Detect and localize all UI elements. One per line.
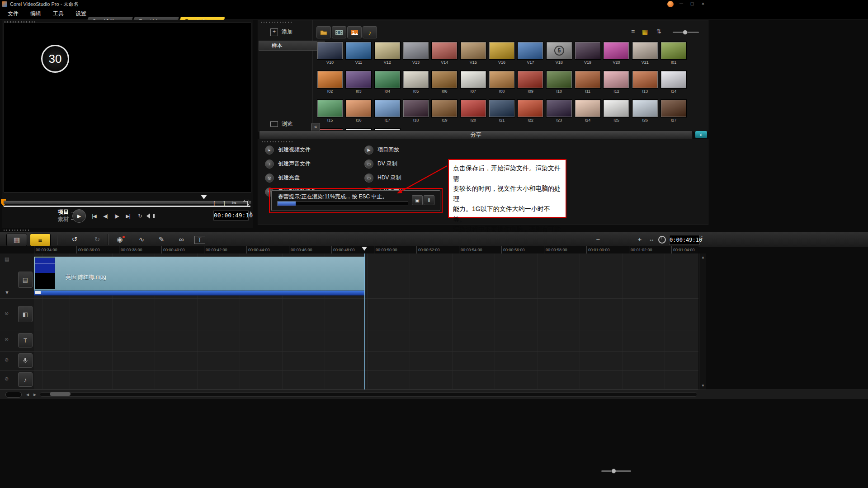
library-thumbnail[interactable]: I08 [489,71,515,94]
collapse-library-button[interactable]: « [311,123,320,131]
voice-track-button[interactable] [18,353,33,368]
library-thumbnail[interactable]: I01 [660,42,687,65]
overlay-track-button[interactable]: ◧ [18,306,33,322]
list-view-button[interactable]: ≡ [631,28,635,35]
library-thumbnail[interactable]: I18 [403,100,429,122]
split-clip-button[interactable]: ✂ [230,199,239,207]
thumbnail-size-slider-handle[interactable] [683,30,688,35]
library-thumbnail[interactable]: I28 [317,129,343,130]
smart-proxy-button[interactable]: ∞ [174,235,189,244]
library-thumbnail[interactable]: I04 [374,71,401,94]
previous-frame-button[interactable]: ◀| [100,212,111,220]
library-thumbnail[interactable]: I25 [603,100,629,122]
library-thumbnail[interactable]: I17 [374,100,401,122]
track-expand-arrow[interactable]: ▼ [5,290,9,295]
voice-track-lane[interactable] [34,352,698,371]
overlay-track-lane[interactable] [34,299,698,330]
play-button[interactable]: ▶ [72,209,86,223]
menu-item[interactable]: 编辑 [24,8,47,19]
ripple-lock-icon[interactable]: ⊘ [5,376,9,382]
storyboard-view-button[interactable]: ▦ [6,234,27,246]
library-thumbnail[interactable]: V12 [374,42,401,65]
library-audio-filter-button[interactable]: ♪ [363,26,377,38]
scroll-up-icon[interactable]: ▲ [701,255,705,259]
tracks-vertical-scrollbar[interactable]: ▲ ▼ [699,253,706,389]
library-thumbnail[interactable]: I10 [546,71,572,94]
painting-creator-button[interactable]: ✎ [154,235,169,244]
sound-mixer-button[interactable]: ∿ [134,235,149,244]
library-thumbnail[interactable]: V11 [345,42,372,65]
library-thumbnail[interactable]: I05 [403,71,429,94]
library-thumbnail[interactable]: I21 [489,100,515,122]
playhead-handle[interactable] [362,247,367,253]
music-track-lane[interactable] [34,371,698,389]
library-thumbnail[interactable]: V21 [632,42,658,65]
zoom-out-button[interactable]: − [590,235,606,244]
render-pause-button[interactable]: Ⅱ [424,195,434,205]
scroll-left-icon[interactable]: ◀ [26,393,29,397]
library-thumbnail[interactable]: V10 [317,42,343,65]
ripple-edit-icon[interactable]: ▤ [5,256,9,262]
fit-project-button[interactable]: ↔ [644,235,659,244]
share-action-button[interactable]: ▭ HDV 录制 [364,171,405,185]
library-thumbnail[interactable]: I14 [660,71,687,94]
browse-button[interactable]: 浏览 [270,120,292,128]
library-folder-button[interactable] [316,26,331,38]
library-thumbnail[interactable]: I20 [460,100,486,122]
timeline-scrollbar-handle[interactable] [50,392,71,396]
timecode-spinner[interactable]: ▲▼ [249,211,253,216]
preview-timecode[interactable]: 00:00:49:10 [213,211,249,221]
subtitle-button[interactable]: T [194,236,205,244]
corel-guide-icon[interactable] [667,1,674,7]
library-thumbnail[interactable]: V16 [489,42,515,65]
enlarge-preview-icon[interactable] [243,201,248,206]
maximize-button[interactable]: □ [688,0,697,7]
mark-in-button[interactable]: [ [210,199,219,207]
title-track-button[interactable]: T [18,333,33,347]
library-thumbnail[interactable]: I23 [546,100,572,122]
library-thumbnail[interactable]: I07 [460,71,486,94]
library-thumbnail[interactable]: ◉ M02 [374,129,401,130]
library-thumbnail[interactable]: I26 [632,100,658,122]
timeline-horizontal-scrollbar[interactable] [40,392,697,397]
library-thumbnail[interactable]: I09 [517,71,543,94]
library-thumbnail[interactable]: V20 [603,42,629,65]
library-thumbnail[interactable]: V17 [517,42,543,65]
scroll-right-icon[interactable]: ▶ [33,393,36,397]
library-thumbnail[interactable]: ◉ M01 [345,129,372,130]
timeline-zoom-slider-handle[interactable] [611,469,616,474]
record-capture-button[interactable]: ◉ [112,235,127,244]
menu-item[interactable]: 工具 [47,8,70,19]
library-thumbnail[interactable]: V13 [403,42,429,65]
library-thumbnail[interactable]: I24 [575,100,601,122]
redo-button[interactable]: ↻ [90,235,105,244]
home-button[interactable]: |◀ [89,212,99,220]
timeline-zoom-slider[interactable] [601,470,631,472]
share-action-button[interactable]: ▸ 创建视频文件 [265,143,316,157]
library-thumbnail[interactable]: I15 [317,100,343,122]
library-thumbnail[interactable]: V15 [460,42,486,65]
sort-button[interactable]: ⇅ [656,28,661,35]
timeline-view-button[interactable]: ≡ [30,234,51,246]
share-action-button[interactable]: ▶ 项目回放 [364,143,405,157]
gallery-item-sample[interactable]: 样本 [259,41,325,51]
timeline-scroll-pill[interactable] [5,392,22,398]
share-action-button[interactable]: ◎ 创建光盘 [265,171,316,185]
next-frame-button[interactable]: |▶ [111,212,122,220]
library-thumbnail[interactable]: I22 [517,100,543,122]
library-thumbnail[interactable]: I13 [632,71,658,94]
library-video-filter-button[interactable] [332,26,346,38]
library-thumbnail[interactable]: 5 V18 [546,42,572,65]
close-button[interactable]: × [698,0,708,7]
timeline-timecode-spinner[interactable]: ▲▼ [700,235,704,240]
library-thumbnail[interactable]: V19 [575,42,601,65]
minimize-button[interactable]: ─ [677,0,686,7]
add-gallery-button[interactable]: +添加 [270,28,292,36]
grid-view-button[interactable]: ▦ [642,28,648,35]
render-preview-toggle-button[interactable]: ▣ [412,195,423,205]
seek-handle[interactable] [201,195,207,202]
library-thumbnail[interactable]: I03 [345,71,372,94]
video-track-button[interactable]: ▤ [18,272,33,288]
library-thumbnail[interactable]: I12 [603,71,629,94]
title-track-lane[interactable] [34,330,698,352]
